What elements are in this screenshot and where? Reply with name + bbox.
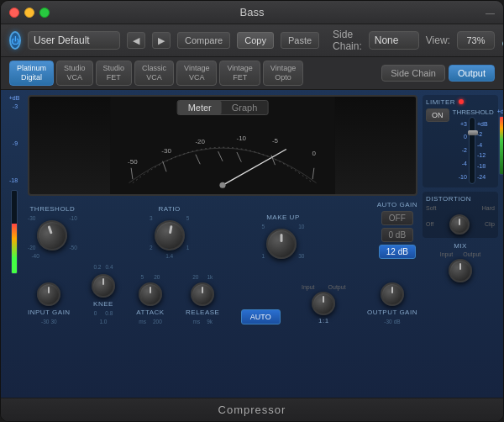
svg-text:-5: -5 [272,137,279,145]
vu-scale-0: -3 [13,103,18,109]
release-group: 20 1k RELEASE ms 9k [186,274,219,324]
svg-text:0: 0 [312,149,317,156]
right-mix-section: MIX Input Output [423,242,498,282]
meter-display: Meter Graph -50 -30 -20 -10 -5 0 [28,95,417,196]
distortion-section: DISTORTION Soft Hard Off Clip [423,192,498,238]
view-label: View: [426,34,450,46]
power-button[interactable]: ⏻ [9,31,21,50]
right-mix-label: MIX [454,242,467,250]
output-level-bar [499,116,503,175]
threshold-knob[interactable] [33,216,71,255]
output-gain-knob[interactable] [381,282,404,306]
paste-button[interactable]: Paste [281,32,319,49]
second-controls-bar: Platinum Digital Studio VCA Studio FET C… [1,57,503,90]
tab-studio-vca[interactable]: Studio VCA [56,61,93,86]
compare-button[interactable]: Compare [177,32,230,49]
copy-button[interactable]: Copy [237,32,274,49]
view-input[interactable] [457,31,495,50]
title-bar: Bass — [1,1,503,24]
svg-text:-30: -30 [161,147,171,155]
main-content: +dB -3 -9 -18 Meter Graph [1,90,503,398]
release-label: RELEASE [186,309,219,316]
auto-gain-group: AUTO GAIN OFF 0 dB 12 dB [377,201,417,259]
attack-group: 5 20 ATTACK ms 200 [136,274,164,324]
dist-hard-label: Hard [482,205,495,211]
mix-knob[interactable] [312,292,335,315]
bottom-controls-row: INPUT GAIN -30 30 0.2 0.4 KNEE 0 [28,264,417,324]
input-gain-label: INPUT GAIN [28,309,71,316]
plugin-name: Compressor [218,404,286,416]
sidechain-view-button[interactable]: Side Chain [381,65,445,82]
limiter-threshold-thumb[interactable] [468,130,478,135]
tab-vintage-fet[interactable]: Vintage FET [219,61,260,86]
meter-tab[interactable]: Meter [178,101,222,114]
limiter-led [459,99,464,104]
ratio-label: RATIO [158,205,180,213]
limiter-section: LIMITER ON THRESHOLD +3 0 -2 [423,95,498,187]
tab-vintage-opto[interactable]: Vintage Opto [263,61,303,86]
db-top-marker: +dB [9,95,20,101]
right-output-label: Output [463,251,480,257]
tab-vintage-vca[interactable]: Vintage VCA [176,61,217,86]
graph-tab[interactable]: Graph [222,101,268,114]
traffic-lights [9,8,50,18]
input-vu-level [12,224,17,273]
footer: Compressor [1,398,503,421]
top-controls-bar: ⏻ User Default ◀ ▶ Compare Copy Paste Si… [1,24,503,57]
left-vu-area: +dB -3 -9 -18 [6,95,23,393]
svg-text:-50: -50 [128,158,138,166]
close-button[interactable] [9,8,19,18]
input-gain-knob[interactable] [37,282,60,306]
svg-text:-10: -10 [237,134,247,141]
maximize-button[interactable] [39,8,50,18]
right-input-label: Input [440,251,454,257]
forward-button[interactable]: ▶ [152,32,171,49]
attack-knob[interactable] [139,282,162,306]
right-panel: LIMITER ON THRESHOLD +3 0 -2 [423,95,498,393]
ag-twelve-button[interactable]: 12 dB [379,245,416,259]
dist-soft-label: Soft [426,205,436,211]
ag-off-button[interactable]: OFF [381,211,413,225]
knee-knob[interactable] [92,274,115,298]
view-tab-buttons: Side Chain Output [381,65,495,82]
meter-tabs: Meter Graph [177,100,269,115]
thresh-bot-label: -40 [31,253,39,259]
thresh-scale-mid: -20 [28,245,35,251]
tab-studio-fet[interactable]: Studio FET [96,61,133,86]
threshold-label: THRESHOLD [29,205,75,213]
mix-output-label: Output [328,284,346,290]
release-knob[interactable] [191,282,214,306]
window-title: Bass [240,6,265,18]
distortion-header: DISTORTION [426,195,495,203]
threshold-group: THRESHOLD -30 -20 -10 -50 -40 [28,205,77,259]
output-gain-group: OUTPUT GAIN -30 dB [367,282,417,324]
tab-platinum-digital[interactable]: Platinum Digital [9,61,54,86]
input-gain-group: INPUT GAIN -30 30 [28,282,71,324]
makeup-label: MAKE UP [266,214,300,221]
preset-select[interactable]: User Default [28,31,120,50]
dist-clip-label: Clip [485,221,495,227]
output-view-button[interactable]: Output [449,65,495,82]
limiter-label: LIMITER [426,98,455,106]
ratio-knob[interactable] [152,218,187,253]
vu-scale-2: -18 [9,177,18,183]
limiter-header: LIMITER [426,98,495,106]
limiter-on-button[interactable]: ON [426,108,449,122]
thresh-scale-mid2: -10 [69,215,76,221]
ratio-group: RATIO 3 2 5 1 1.4 [150,205,189,259]
input-vu-bar [11,190,18,274]
ag-zero-button[interactable]: 0 dB [381,228,414,242]
back-button[interactable]: ◀ [127,32,145,49]
sidechain-select[interactable]: None [369,31,419,50]
limiter-threshold-slider[interactable] [469,117,475,184]
thresh-scale-top: -30 [28,215,35,221]
right-mix-knob[interactable] [449,259,472,282]
makeup-group: MAKE UP 5 1 10 30 [262,214,305,259]
mix-input-label: Input [302,284,315,290]
makeup-knob[interactable] [266,229,297,259]
auto-button[interactable]: AUTO [241,309,281,324]
minimize-button[interactable] [24,8,34,18]
tab-classic-vca[interactable]: Classic VCA [134,61,174,86]
knee-group: 0.2 0.4 KNEE 0 0.8 1.0 [92,264,115,324]
distortion-knob[interactable] [449,214,470,235]
